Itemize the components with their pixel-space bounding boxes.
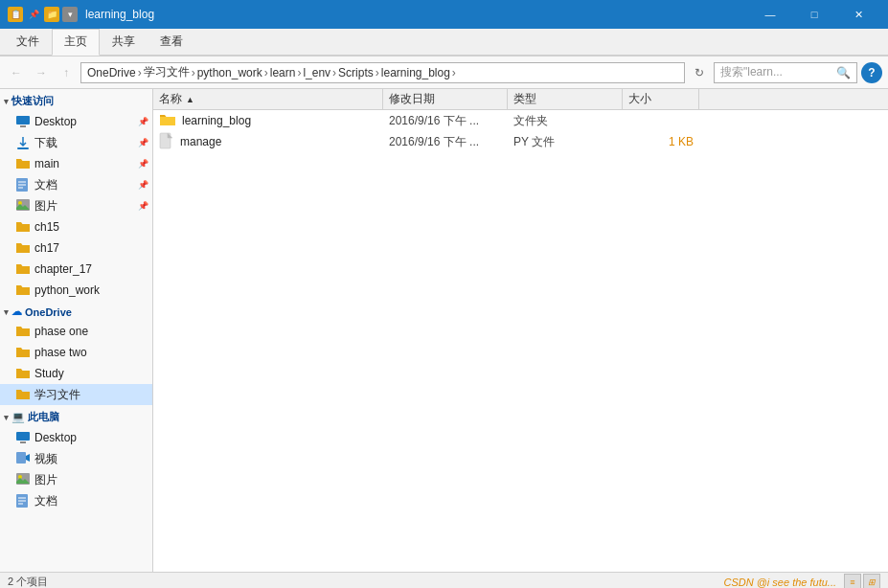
sidebar-item-pc-desktop[interactable]: Desktop — [0, 427, 152, 448]
file-cell-type-1: 文件夹 — [508, 110, 623, 131]
sidebar-item-phase-two[interactable]: phase two — [0, 342, 152, 363]
back-button[interactable]: ← — [6, 62, 27, 83]
svg-rect-11 — [16, 452, 26, 464]
img-icon-pc — [15, 472, 31, 487]
sidebar-item-images[interactable]: 图片 📌 — [0, 195, 152, 216]
tab-file[interactable]: 文件 — [4, 29, 52, 55]
sidebar-item-label-phase-two: phase two — [34, 346, 87, 359]
file-cell-size-1 — [623, 110, 699, 131]
file-py-icon-2 — [159, 132, 174, 152]
sidebar-item-label-images: 图片 — [34, 198, 57, 215]
path-learn[interactable]: learn — [270, 66, 296, 79]
help-button[interactable]: ? — [861, 62, 882, 83]
pin-icon-downloads: 📌 — [138, 138, 148, 147]
sidebar-item-label-study: Study — [34, 367, 64, 380]
main-layout: ▾ 快速访问 Desktop 📌 下载 📌 main 📌 — [0, 89, 888, 572]
file-cell-date-1: 2016/9/16 下午 ... — [383, 110, 508, 131]
tab-home[interactable]: 主页 — [52, 29, 100, 56]
tab-share[interactable]: 共享 — [100, 29, 148, 55]
sidebar-section-onedrive[interactable]: ▾ ☁ OneDrive — [0, 301, 152, 321]
forward-button[interactable]: → — [31, 62, 52, 83]
sidebar-item-learning-files[interactable]: 学习文件 — [0, 384, 152, 405]
sidebar-item-videos[interactable]: 视频 — [0, 448, 152, 469]
tab-view[interactable]: 查看 — [148, 29, 195, 55]
maximize-button[interactable]: □ — [792, 0, 836, 29]
detail-view-button[interactable]: ⊞ — [863, 574, 880, 589]
col-header-size[interactable]: 大小 — [623, 89, 699, 109]
pin-icon-docs: 📌 — [138, 180, 148, 190]
path-onedrive[interactable]: OneDrive — [87, 66, 136, 79]
path-sep-1: › — [138, 66, 142, 79]
list-view-button[interactable]: ≡ — [844, 574, 861, 589]
table-row[interactable]: manage 2016/9/16 下午 ... PY 文件 1 KB — [153, 131, 888, 152]
close-button[interactable]: ✕ — [836, 0, 880, 29]
file-cell-type-2: PY 文件 — [508, 131, 623, 152]
sidebar-item-main[interactable]: main 📌 — [0, 153, 152, 174]
sidebar-item-chapter17[interactable]: chapter_17 — [0, 259, 152, 280]
sidebar-item-label-desktop: Desktop — [34, 115, 77, 128]
onedrive-label: OneDrive — [25, 306, 72, 318]
sidebar-item-label-phase-one: phase one — [34, 325, 88, 338]
sidebar-item-python-work[interactable]: python_work — [0, 280, 152, 301]
sidebar-item-study[interactable]: Study — [0, 363, 152, 384]
folder-icon-phase-one — [15, 324, 31, 339]
path-sep-7: › — [452, 66, 456, 79]
item-count: 2 个项目 — [8, 575, 48, 588]
sidebar: ▾ 快速访问 Desktop 📌 下载 📌 main 📌 — [0, 89, 153, 572]
img-icon — [15, 198, 31, 214]
desktop-icon — [15, 114, 31, 129]
content-area: 名称 ▲ 修改日期 类型 大小 learning_blog — [153, 89, 888, 572]
path-lenv[interactable]: l_env — [303, 66, 330, 79]
window-controls[interactable]: — □ ✕ — [748, 0, 880, 29]
col-header-name[interactable]: 名称 ▲ — [153, 89, 383, 109]
sidebar-section-quick-access[interactable]: ▾ 快速访问 — [0, 89, 152, 111]
col-size-label: 大小 — [628, 91, 651, 107]
minimize-button[interactable]: — — [748, 0, 792, 29]
title-icon-3: 📁 — [44, 7, 59, 22]
sidebar-item-desktop[interactable]: Desktop 📌 — [0, 111, 152, 132]
pin-icon-main: 📌 — [138, 159, 148, 169]
address-path[interactable]: OneDrive › 学习文件 › python_work › learn › … — [80, 62, 685, 83]
svg-rect-2 — [17, 147, 29, 149]
sort-arrow-name: ▲ — [186, 95, 194, 104]
col-name-label: 名称 — [159, 91, 182, 107]
sidebar-item-downloads[interactable]: 下载 📌 — [0, 132, 152, 153]
file-name-1: learning_blog — [182, 114, 251, 127]
path-current[interactable]: learning_blog — [381, 66, 450, 79]
title-bar: 📋 📌 📁 ▾ learning_blog — □ ✕ — [0, 0, 888, 29]
folder-icon-main — [15, 156, 31, 171]
status-bar: 2 个项目 CSDN @i see the futu... ≡ ⊞ — [0, 572, 888, 588]
path-scripts[interactable]: Scripts — [338, 66, 374, 79]
col-header-date[interactable]: 修改日期 — [383, 89, 508, 109]
sidebar-item-pc-images[interactable]: 图片 — [0, 469, 152, 490]
up-button[interactable]: ↑ — [56, 62, 77, 83]
column-headers: 名称 ▲ 修改日期 类型 大小 — [153, 89, 888, 110]
path-learning-files[interactable]: 学习文件 — [144, 64, 190, 80]
svg-rect-1 — [20, 125, 26, 127]
window-title: learning_blog — [85, 8, 748, 21]
desktop-icon-pc — [15, 430, 31, 445]
path-sep-3: › — [264, 66, 268, 79]
title-icon-4: ▾ — [62, 7, 78, 22]
watermark: CSDN @i see the futu... ≡ ⊞ — [723, 574, 880, 589]
path-sep-4: › — [297, 66, 301, 79]
ribbon-tabs: 文件 主页 共享 查看 — [0, 29, 888, 56]
path-python-work[interactable]: python_work — [197, 66, 262, 79]
thispc-label: 此电脑 — [28, 410, 59, 424]
onedrive-icon: ☁ — [11, 305, 22, 318]
refresh-button[interactable]: ↻ — [689, 62, 710, 83]
sidebar-section-thispc[interactable]: ▾ 💻 此电脑 — [0, 405, 152, 427]
file-cell-name-2: manage — [153, 131, 383, 152]
sidebar-item-ch15[interactable]: ch15 — [0, 216, 152, 237]
sidebar-item-pc-docs[interactable]: 文档 — [0, 490, 152, 511]
sidebar-item-ch17[interactable]: ch17 — [0, 237, 152, 259]
sidebar-item-docs[interactable]: 文档 📌 — [0, 174, 152, 195]
pin-icon-desktop: 📌 — [138, 117, 148, 126]
sidebar-item-label-downloads: 下载 — [34, 135, 57, 151]
view-toggle[interactable]: ≡ ⊞ — [844, 574, 880, 589]
sidebar-item-phase-one[interactable]: phase one — [0, 321, 152, 342]
col-header-type[interactable]: 类型 — [508, 89, 623, 109]
sidebar-item-label-docs: 文档 — [34, 177, 57, 193]
search-box[interactable]: 搜索"learn... 🔍 — [714, 62, 857, 83]
table-row[interactable]: learning_blog 2016/9/16 下午 ... 文件夹 — [153, 110, 888, 131]
